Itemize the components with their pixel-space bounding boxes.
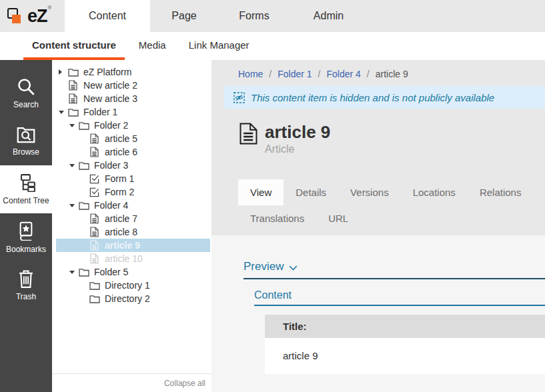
breadcrumb-home[interactable]: Home: [238, 69, 263, 79]
sidebar-item-label: Trash: [16, 292, 36, 301]
article-icon: [89, 133, 100, 144]
tab-versions[interactable]: Versions: [338, 179, 401, 205]
tab-view[interactable]: View: [238, 179, 284, 205]
sidebar-item-trash[interactable]: Trash: [0, 261, 52, 309]
breadcrumb-folder-1[interactable]: Folder 1: [278, 69, 312, 79]
tree-item-article-9[interactable]: article 9: [56, 239, 210, 252]
tree-item-directory-2[interactable]: Directory 2: [56, 292, 210, 305]
caret-right-icon[interactable]: [59, 69, 67, 75]
tree-item-label: Folder 2: [94, 120, 128, 131]
nav-tab-admin[interactable]: Admin: [290, 0, 367, 32]
sidebar-item-search[interactable]: Search: [0, 69, 52, 117]
form-icon: [89, 174, 100, 184]
content-group-header: Content: [254, 289, 545, 306]
sidebar-item-bookmarks[interactable]: Bookmarks: [0, 213, 52, 261]
tree-item-article-6[interactable]: article 6: [56, 145, 210, 159]
nav-tab-page[interactable]: Page: [150, 0, 218, 32]
nav-tab-forms[interactable]: Forms: [218, 0, 290, 32]
preview-label: Preview: [243, 260, 284, 273]
hidden-content-notice: This content item is hidden and is not p…: [223, 86, 545, 109]
sub-tab-content-structure[interactable]: Content structure: [23, 32, 125, 60]
sidebar-item-label: Browse: [13, 147, 39, 157]
tree-item-label: Directory 1: [105, 280, 150, 291]
breadcrumb-separator: /: [367, 69, 370, 79]
tab-details[interactable]: Details: [284, 179, 338, 205]
tree-item-label: Folder 1: [83, 107, 117, 117]
content-title-row: article 9 Article: [239, 123, 545, 155]
tree-item-folder-4[interactable]: Folder 4: [56, 199, 210, 212]
folder-icon: [67, 68, 79, 77]
top-bar: eZ ® ContentPageFormsAdmin: [0, 0, 545, 32]
tree-item-article-7[interactable]: article 7: [56, 212, 210, 225]
caret-down-icon[interactable]: [59, 108, 67, 117]
breadcrumb-article-9: article 9: [376, 69, 408, 79]
sidebar-item-label: Content Tree: [3, 196, 49, 205]
form-icon: [89, 187, 100, 197]
tree-item-folder-3[interactable]: Folder 3: [56, 159, 210, 172]
tree-item-folder-5[interactable]: Folder 5: [56, 265, 210, 279]
ez-logo-mark-icon: [7, 5, 27, 27]
nav-tab-content[interactable]: Content: [65, 0, 150, 32]
field-value-cell: article 9: [265, 338, 545, 374]
caret-down-icon[interactable]: [69, 268, 78, 277]
tree-item-article-8[interactable]: article 8: [56, 225, 210, 239]
folder-icon: [78, 121, 89, 130]
tree-item-article-10[interactable]: article 10: [56, 252, 210, 265]
ez-logo[interactable]: eZ ®: [0, 0, 65, 32]
preview-section-header[interactable]: Preview: [243, 260, 545, 279]
breadcrumb-separator: /: [269, 69, 271, 79]
tree-item-form-2[interactable]: Form 2: [56, 185, 210, 199]
tab-relations[interactable]: Relations: [468, 179, 534, 205]
caret-down-icon[interactable]: [69, 121, 78, 130]
tree-item-label: Form 2: [105, 187, 134, 197]
tree-item-folder-1[interactable]: Folder 1: [56, 105, 210, 119]
bookmarks-icon: [17, 221, 35, 241]
tree-item-new-article-3[interactable]: New article 3: [56, 92, 210, 105]
article-icon: [89, 213, 100, 224]
article-icon: [89, 253, 100, 264]
sub-tab-media[interactable]: Media: [130, 32, 175, 60]
field-table: Title: article 9: [265, 315, 545, 374]
caret-down-icon[interactable]: [69, 161, 78, 170]
folder-icon: [78, 268, 89, 277]
folder-icon: [89, 295, 100, 303]
browse-icon: [17, 126, 35, 143]
tree-item-form-1[interactable]: Form 1: [56, 172, 210, 185]
trash-icon: [17, 269, 35, 288]
tree-item-new-article-2[interactable]: New article 2: [56, 79, 210, 92]
breadcrumb-separator: /: [318, 69, 321, 79]
sidebar-item-browse[interactable]: Browse: [0, 117, 52, 165]
tree-item-label: Folder 3: [94, 160, 128, 171]
sub-tab-link-manager[interactable]: Link Manager: [180, 32, 258, 60]
tree-item-folder-2[interactable]: Folder 2: [56, 119, 210, 132]
breadcrumb: Home/Folder 1/Folder 4/article 9: [211, 60, 545, 79]
sidebar-item-content-tree[interactable]: Content Tree: [0, 165, 52, 213]
tab-url[interactable]: URL: [316, 205, 360, 231]
tree-item-article-5[interactable]: article 5: [56, 132, 210, 145]
tree-item-label: New article 2: [83, 80, 137, 91]
folder-icon: [78, 201, 89, 210]
tree-item-label: Folder 5: [94, 267, 128, 277]
tree-item-label: article 9: [105, 240, 140, 251]
article-type-icon: [239, 123, 257, 155]
tree-footer: Collapse all: [52, 373, 211, 392]
tree-item-label: Form 1: [105, 173, 134, 184]
main-nav: ContentPageFormsAdmin: [65, 0, 367, 32]
sub-nav: Content structureMediaLink Manager: [0, 32, 545, 60]
content-tree: eZ PlatformNew article 2New article 3Fol…: [52, 60, 211, 373]
content-tree-icon: [17, 174, 35, 192]
collapse-all-button[interactable]: Collapse all: [164, 379, 205, 388]
caret-down-icon[interactable]: [69, 201, 78, 210]
breadcrumb-folder-4[interactable]: Folder 4: [327, 69, 361, 79]
notice-text: This content item is hidden and is not p…: [251, 92, 494, 103]
tree-item-directory-1[interactable]: Directory 1: [56, 279, 210, 292]
article-icon: [67, 93, 79, 104]
tab-locations[interactable]: Locations: [401, 179, 468, 205]
article-icon: [89, 147, 100, 157]
tab-translations[interactable]: Translations: [238, 205, 316, 231]
folder-icon: [78, 161, 89, 170]
content-group-label: Content: [254, 289, 292, 301]
tree-item-ez-platform[interactable]: eZ Platform: [56, 65, 210, 79]
content-tree-panel: eZ PlatformNew article 2New article 3Fol…: [52, 60, 211, 392]
article-icon: [89, 240, 100, 251]
